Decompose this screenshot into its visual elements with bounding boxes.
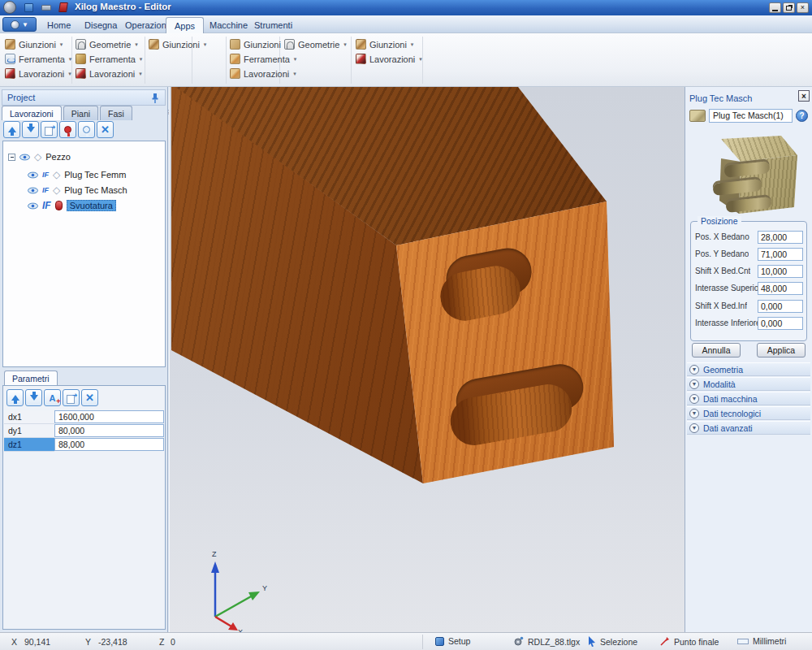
chevron-down-icon: ▼ bbox=[22, 21, 28, 28]
enable-button[interactable] bbox=[78, 121, 95, 138]
ribbon-item-lavorazioni[interactable]: Lavorazioni ▾ bbox=[230, 67, 296, 80]
plotter-icon bbox=[41, 5, 51, 11]
pocketing-tool-icon bbox=[55, 201, 63, 210]
ribbon-item-lavorazioni[interactable]: Lavorazioni ▾ bbox=[356, 52, 422, 66]
pos-x-bedano-input[interactable] bbox=[758, 231, 803, 244]
dropdown-arrow-icon: ▾ bbox=[135, 41, 138, 48]
close-panel-button[interactable]: × bbox=[798, 90, 810, 102]
delete-button[interactable]: ✕ bbox=[97, 121, 114, 138]
ribbon-item-giunzioni[interactable]: Giunzioni ▾ bbox=[356, 37, 413, 51]
delete-x-icon: ✕ bbox=[101, 124, 110, 135]
ribbon-item-geometrie[interactable]: Geometrie ▾ bbox=[76, 37, 138, 51]
tab-lavorazioni[interactable]: Lavorazioni bbox=[2, 106, 62, 120]
export-icon bbox=[45, 125, 54, 135]
shift-x-bed-cnt-input[interactable] bbox=[758, 265, 803, 278]
ribbon-item-ferramenta[interactable]: Ferramenta ▾ bbox=[5, 52, 71, 66]
shift-x-bed-inf-input[interactable] bbox=[758, 300, 803, 313]
export-button[interactable] bbox=[41, 121, 58, 138]
status-setup[interactable]: Setup bbox=[435, 636, 470, 646]
tree-row-plug-tec-masch[interactable]: IF ◇ Plug Tec Masch bbox=[28, 183, 127, 197]
lavorazioni-icon bbox=[76, 68, 86, 79]
annulla-button[interactable]: Annulla bbox=[692, 343, 741, 358]
ribbon-item-giunzioni[interactable]: Giunzioni ▾ bbox=[149, 37, 206, 51]
eye-icon[interactable] bbox=[28, 171, 38, 179]
tab-parametri[interactable]: Parametri bbox=[4, 370, 58, 385]
status-punto-finale[interactable]: Punto finale bbox=[659, 636, 719, 647]
properties-header: Plug Tec Masch bbox=[689, 91, 810, 105]
tree-row-pezzo[interactable]: ◇ Pezzo bbox=[8, 150, 71, 164]
tree-row-svuotatura[interactable]: IF Svuotatura bbox=[28, 198, 116, 213]
ribbon-item-lavorazioni[interactable]: Lavorazioni ▾ bbox=[5, 67, 71, 80]
tree-label: Plug Tec Femm bbox=[64, 170, 126, 180]
save-button[interactable] bbox=[23, 2, 35, 13]
viewport-3d[interactable]: Z Y X bbox=[169, 87, 685, 632]
dz1-input[interactable] bbox=[54, 438, 164, 451]
section-geometria[interactable]: ▼ Geometria bbox=[687, 362, 810, 376]
tree-label: Plug Tec Masch bbox=[64, 185, 127, 195]
restore-button[interactable] bbox=[783, 2, 795, 13]
ribbon-item-lavorazioni[interactable]: Lavorazioni ▾ bbox=[76, 67, 142, 80]
param-row-dx1[interactable]: dx1 bbox=[4, 410, 164, 424]
tab-fasi[interactable]: Fasi bbox=[100, 106, 132, 120]
statusbar-separator bbox=[422, 635, 423, 649]
move-up-button[interactable] bbox=[3, 121, 20, 138]
eye-icon[interactable] bbox=[28, 202, 38, 210]
status-file[interactable]: RDLZ_88.tlgx bbox=[513, 636, 580, 647]
move-down-button[interactable] bbox=[22, 121, 39, 138]
chevron-down-icon: ▼ bbox=[689, 423, 699, 433]
properties-title: Plug Tec Masch bbox=[689, 93, 752, 103]
pin-icon[interactable] bbox=[150, 93, 160, 104]
application-menu-button[interactable]: ▼ bbox=[2, 17, 37, 32]
status-millimetri[interactable]: Millimetri bbox=[737, 636, 786, 646]
close-window-button[interactable]: × bbox=[797, 2, 809, 13]
posizione-legend: Posizione bbox=[698, 216, 741, 226]
dy1-input[interactable] bbox=[54, 424, 164, 437]
section-dati-avanzati[interactable]: ▼ Dati avanzati bbox=[687, 421, 810, 435]
giunzioni-icon bbox=[5, 39, 15, 50]
param-row-dy1[interactable]: dy1 bbox=[4, 424, 164, 438]
cursor-icon bbox=[588, 636, 596, 647]
interasse-inferiore-input[interactable] bbox=[758, 317, 803, 330]
tab-apps[interactable]: Apps bbox=[166, 17, 204, 33]
report-button[interactable] bbox=[57, 2, 69, 13]
gear-icon bbox=[513, 636, 524, 647]
ribbon-item-geometrie[interactable]: Geometrie ▾ bbox=[284, 37, 347, 51]
dx1-input[interactable] bbox=[54, 410, 164, 423]
delete-x-icon: ✕ bbox=[85, 392, 94, 403]
red-book-icon bbox=[58, 2, 68, 12]
section-dati-macchina[interactable]: ▼ Dati macchina bbox=[687, 392, 810, 405]
plot-button[interactable] bbox=[40, 2, 52, 13]
param-down-button[interactable] bbox=[25, 389, 42, 406]
tree-row-plug-tec-femm[interactable]: IF ◇ Plug Tec Femm bbox=[28, 167, 126, 182]
param-up-button[interactable] bbox=[6, 389, 24, 406]
tab-home[interactable]: Home bbox=[39, 17, 79, 33]
field-interasse-superiore: Interasse Superior bbox=[695, 281, 803, 295]
pos-y-bedano-input[interactable] bbox=[758, 248, 803, 261]
status-selezione[interactable]: Selezione bbox=[588, 636, 637, 647]
param-export-button[interactable] bbox=[63, 389, 80, 406]
section-modalita[interactable]: ▼ Modalità bbox=[687, 377, 810, 391]
param-row-dz1[interactable]: dz1 bbox=[4, 438, 164, 452]
export-icon bbox=[67, 393, 76, 403]
disable-button[interactable] bbox=[59, 121, 76, 138]
interasse-superiore-input[interactable] bbox=[758, 282, 803, 295]
collapse-icon[interactable] bbox=[8, 154, 15, 161]
operation-name-input[interactable] bbox=[709, 109, 793, 123]
dropdown-arrow-icon: ▾ bbox=[60, 41, 63, 48]
add-parameter-button[interactable]: A bbox=[44, 389, 61, 406]
field-pos-y-bedano: Pos. Y Bedano bbox=[695, 247, 803, 261]
tab-piani[interactable]: Piani bbox=[63, 106, 98, 120]
ribbon-item-ferramenta[interactable]: Ferramenta ▾ bbox=[76, 52, 142, 66]
ribbon-item-ferramenta[interactable]: Ferramenta ▾ bbox=[230, 52, 296, 66]
ribbon-item-giunzioni[interactable]: Giunzioni ▾ bbox=[5, 37, 63, 51]
help-button[interactable]: ? bbox=[796, 110, 808, 122]
eye-icon[interactable] bbox=[19, 154, 30, 161]
applica-button[interactable]: Applica bbox=[757, 343, 806, 358]
tab-strumenti[interactable]: Strumenti bbox=[246, 17, 300, 33]
ribbon-item-giunzioni[interactable]: Giunzioni ▾ bbox=[230, 37, 287, 51]
minimize-button[interactable] bbox=[769, 2, 781, 13]
section-dati-tecnologici[interactable]: ▼ Dati tecnologici bbox=[687, 406, 810, 420]
param-delete-button[interactable]: ✕ bbox=[81, 389, 98, 406]
eye-icon[interactable] bbox=[28, 187, 38, 194]
app-logo-icon[interactable] bbox=[3, 1, 16, 14]
